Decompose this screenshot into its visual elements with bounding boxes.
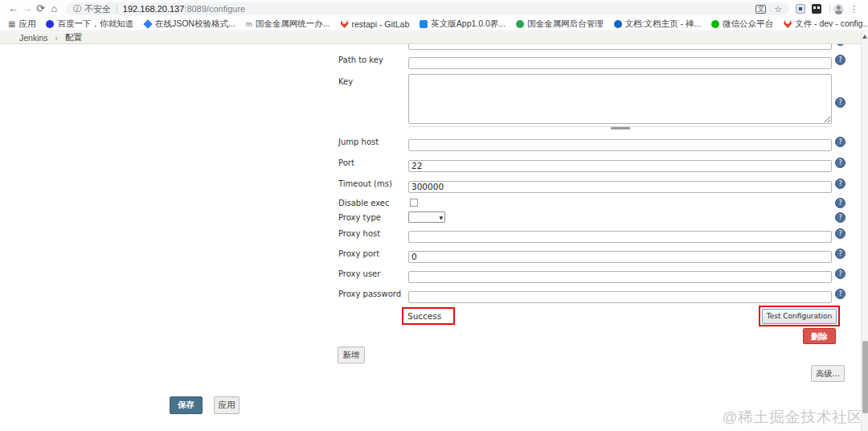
info-icon[interactable]: ⓘ	[73, 3, 81, 14]
textarea-drag-handle[interactable]	[408, 126, 832, 129]
help-icon[interactable]: ?	[835, 158, 845, 168]
field-label: Key	[338, 77, 407, 86]
vertical-scrollbar[interactable]	[861, 32, 868, 431]
timeout-input[interactable]	[408, 181, 832, 193]
breadcrumb-separator-icon: ›	[55, 34, 58, 43]
save-button[interactable]: 保存	[170, 396, 203, 414]
scrollbar-thumb[interactable]	[862, 341, 868, 413]
annotation-success-highlight: Success	[402, 307, 455, 325]
help-icon[interactable]: ?	[835, 198, 845, 208]
url-separator: |	[116, 4, 118, 14]
jump-host-input[interactable]	[408, 139, 832, 151]
field-label: Proxy host	[338, 229, 407, 238]
help-icon[interactable]: ?	[835, 228, 845, 239]
breadcrumb-jenkins[interactable]: Jenkins	[19, 33, 48, 43]
watermark: @稀土掘金技术社区	[722, 407, 863, 428]
field-label: Proxy password	[338, 289, 407, 298]
url-path: :8089/configure	[184, 4, 245, 14]
proxy-type-select[interactable]: ▼	[408, 211, 445, 223]
disable-exec-checkbox[interactable]	[410, 199, 418, 207]
proxy-user-input[interactable]	[408, 271, 832, 283]
field-label: Jump host	[338, 138, 407, 146]
help-icon[interactable]: ?	[835, 55, 845, 65]
url-host: 192.168.20.137	[123, 4, 184, 14]
bookmark-apps[interactable]: ▦应用	[8, 18, 35, 30]
config-form: ? Path to key ? Key ? Jump host ? Port ?…	[338, 0, 845, 431]
chrome-menu-icon[interactable]: ⋮	[847, 0, 861, 18]
help-icon[interactable]: ?	[835, 269, 845, 279]
bookmark-json-validator[interactable]: 在线JSON校验格式...	[144, 18, 235, 30]
forward-icon[interactable]: →	[20, 0, 34, 18]
breadcrumb-configure[interactable]: 配置	[65, 32, 82, 43]
bookmark-baidu[interactable]: 百度一下，你就知道	[46, 18, 133, 30]
help-icon[interactable]: ?	[835, 289, 845, 299]
bookmark-guojin-unified[interactable]: m国金金属网统一办...	[246, 18, 330, 30]
scroll-up-icon[interactable]	[862, 35, 867, 39]
form-row-status: Success Test Configuration	[338, 307, 845, 328]
help-icon[interactable]: ?	[835, 212, 845, 223]
advanced-button[interactable]: 高级...	[811, 365, 845, 382]
json-diamond-icon	[143, 19, 152, 28]
proxy-host-input[interactable]	[408, 231, 832, 243]
apps-grid-icon: ▦	[8, 20, 15, 28]
reload-icon[interactable]: ⟳	[34, 0, 47, 18]
add-button[interactable]: 新增	[338, 347, 365, 363]
home-icon[interactable]: ⌂	[47, 0, 61, 18]
path-to-key-input[interactable]	[408, 57, 832, 69]
delete-button[interactable]: 删除	[803, 328, 836, 344]
port-input[interactable]	[408, 160, 832, 172]
apply-button[interactable]: 应用	[214, 396, 240, 414]
test-configuration-button[interactable]: Test Configuration	[762, 309, 837, 324]
annotation-test-highlight: Test Configuration	[759, 306, 840, 326]
help-icon[interactable]: ?	[835, 248, 845, 259]
field-label: Proxy port	[338, 249, 407, 258]
back-icon[interactable]: ←	[6, 0, 20, 18]
status-text: Success	[407, 311, 441, 321]
proxy-port-input[interactable]	[408, 251, 832, 263]
security-label: 不安全	[84, 3, 111, 15]
field-label: Path to key	[338, 55, 407, 64]
form-footer: 保存 应用	[170, 396, 240, 414]
field-label: Disable exec	[338, 199, 407, 207]
help-icon[interactable]: ?	[835, 137, 845, 147]
proxy-password-input[interactable]	[408, 291, 832, 303]
field-label: Proxy type	[338, 213, 407, 222]
help-icon[interactable]: ?	[835, 97, 845, 108]
baidu-icon	[46, 20, 54, 28]
field-label: Proxy user	[338, 269, 407, 278]
breadcrumb: Jenkins › 配置	[0, 32, 868, 44]
m-letter-icon: m	[246, 20, 252, 28]
key-textarea[interactable]	[408, 74, 832, 124]
help-icon[interactable]: ?	[835, 179, 845, 189]
field-label: Port	[338, 158, 407, 167]
chevron-down-icon: ▼	[439, 215, 443, 220]
field-label: Timeout (ms)	[338, 179, 407, 188]
browser-window: ← → ⟳ ⌂ ⓘ 不安全 | 192.168.20.137 :8089/con…	[0, 0, 868, 431]
